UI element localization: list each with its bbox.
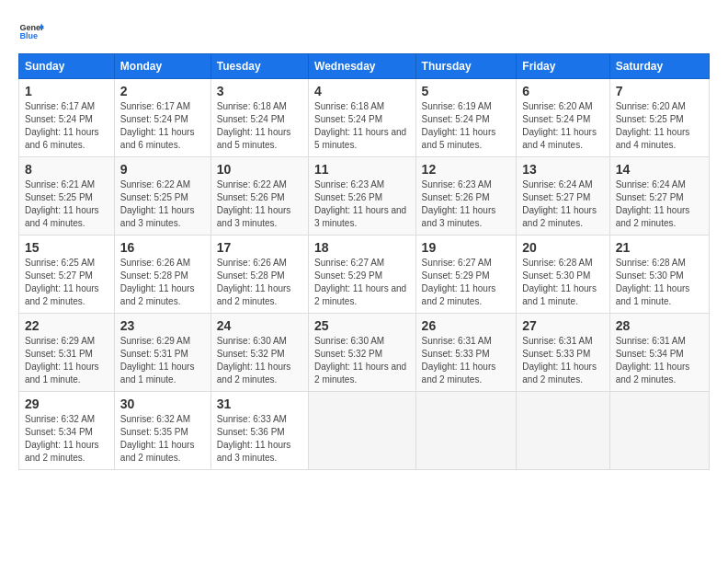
calendar-cell [517,392,609,470]
day-info: Sunrise: 6:29 AM Sunset: 5:31 PM Dayligh… [120,335,205,386]
day-number: 11 [314,162,410,177]
day-number: 19 [422,240,511,255]
day-info: Sunrise: 6:17 AM Sunset: 5:24 PM Dayligh… [120,100,205,152]
day-info: Sunrise: 6:22 AM Sunset: 5:25 PM Dayligh… [120,178,205,230]
day-info: Sunrise: 6:18 AM Sunset: 5:24 PM Dayligh… [314,100,410,152]
day-number: 8 [25,162,108,177]
day-info: Sunrise: 6:31 AM Sunset: 5:33 PM Dayligh… [422,335,511,386]
week-row-0: 1Sunrise: 6:17 AM Sunset: 5:24 PM Daylig… [19,79,710,157]
day-number: 24 [217,318,302,333]
day-info: Sunrise: 6:22 AM Sunset: 5:26 PM Dayligh… [217,178,302,230]
week-row-3: 22Sunrise: 6:29 AM Sunset: 5:31 PM Dayli… [19,314,710,392]
day-number: 6 [522,84,603,98]
calendar-cell: 26Sunrise: 6:31 AM Sunset: 5:33 PM Dayli… [415,314,517,392]
week-row-1: 8Sunrise: 6:21 AM Sunset: 5:25 PM Daylig… [19,157,710,236]
col-header-monday: Monday [114,54,210,79]
day-number: 27 [522,318,603,333]
day-number: 21 [616,240,703,255]
day-info: Sunrise: 6:28 AM Sunset: 5:30 PM Dayligh… [616,257,703,308]
calendar-cell: 8Sunrise: 6:21 AM Sunset: 5:25 PM Daylig… [19,157,115,236]
week-row-2: 15Sunrise: 6:25 AM Sunset: 5:27 PM Dayli… [19,236,710,314]
day-info: Sunrise: 6:29 AM Sunset: 5:31 PM Dayligh… [25,335,108,386]
day-number: 18 [314,240,410,255]
calendar-cell: 17Sunrise: 6:26 AM Sunset: 5:28 PM Dayli… [210,236,308,314]
col-header-saturday: Saturday [609,54,709,79]
calendar-cell: 30Sunrise: 6:32 AM Sunset: 5:35 PM Dayli… [114,392,210,470]
calendar-cell: 20Sunrise: 6:28 AM Sunset: 5:30 PM Dayli… [517,236,609,314]
day-number: 22 [25,318,108,333]
day-number: 3 [217,84,302,98]
day-info: Sunrise: 6:18 AM Sunset: 5:24 PM Dayligh… [217,100,302,152]
calendar-cell: 2Sunrise: 6:17 AM Sunset: 5:24 PM Daylig… [114,79,210,157]
calendar-cell: 29Sunrise: 6:32 AM Sunset: 5:34 PM Dayli… [19,392,115,470]
day-number: 12 [422,162,511,177]
calendar-cell: 21Sunrise: 6:28 AM Sunset: 5:30 PM Dayli… [609,236,709,314]
calendar-cell: 22Sunrise: 6:29 AM Sunset: 5:31 PM Dayli… [19,314,115,392]
calendar-cell: 6Sunrise: 6:20 AM Sunset: 5:24 PM Daylig… [517,79,609,157]
calendar-cell: 1Sunrise: 6:17 AM Sunset: 5:24 PM Daylig… [19,79,115,157]
calendar-cell: 25Sunrise: 6:30 AM Sunset: 5:32 PM Dayli… [309,314,416,392]
calendar-cell: 7Sunrise: 6:20 AM Sunset: 5:25 PM Daylig… [609,79,709,157]
day-number: 20 [522,240,603,255]
day-number: 15 [25,240,108,255]
calendar-cell: 4Sunrise: 6:18 AM Sunset: 5:24 PM Daylig… [309,79,416,157]
svg-text:Blue: Blue [19,31,38,40]
day-info: Sunrise: 6:25 AM Sunset: 5:27 PM Dayligh… [25,257,108,308]
col-header-sunday: Sunday [19,54,115,79]
calendar-cell: 14Sunrise: 6:24 AM Sunset: 5:27 PM Dayli… [609,157,709,236]
day-info: Sunrise: 6:19 AM Sunset: 5:24 PM Dayligh… [422,100,511,152]
day-number: 16 [120,240,205,255]
day-number: 29 [25,396,108,411]
calendar-cell: 10Sunrise: 6:22 AM Sunset: 5:26 PM Dayli… [210,157,308,236]
day-info: Sunrise: 6:20 AM Sunset: 5:24 PM Dayligh… [522,100,603,152]
calendar-cell: 18Sunrise: 6:27 AM Sunset: 5:29 PM Dayli… [309,236,416,314]
day-info: Sunrise: 6:30 AM Sunset: 5:32 PM Dayligh… [314,335,410,386]
day-number: 9 [120,162,205,177]
calendar-cell: 15Sunrise: 6:25 AM Sunset: 5:27 PM Dayli… [19,236,115,314]
calendar-cell: 3Sunrise: 6:18 AM Sunset: 5:24 PM Daylig… [210,79,308,157]
day-number: 2 [120,84,205,98]
day-number: 23 [120,318,205,333]
calendar-cell: 5Sunrise: 6:19 AM Sunset: 5:24 PM Daylig… [415,79,517,157]
day-number: 31 [217,396,302,411]
col-header-wednesday: Wednesday [309,54,416,79]
day-info: Sunrise: 6:32 AM Sunset: 5:34 PM Dayligh… [25,413,108,465]
day-number: 7 [616,84,703,98]
day-info: Sunrise: 6:24 AM Sunset: 5:27 PM Dayligh… [616,178,703,230]
day-number: 13 [522,162,603,177]
day-number: 1 [25,84,108,98]
col-header-tuesday: Tuesday [210,54,308,79]
day-info: Sunrise: 6:27 AM Sunset: 5:29 PM Dayligh… [314,257,410,308]
day-info: Sunrise: 6:30 AM Sunset: 5:32 PM Dayligh… [217,335,302,386]
day-info: Sunrise: 6:28 AM Sunset: 5:30 PM Dayligh… [522,257,603,308]
day-number: 17 [217,240,302,255]
day-info: Sunrise: 6:20 AM Sunset: 5:25 PM Dayligh… [616,100,703,152]
calendar-cell: 27Sunrise: 6:31 AM Sunset: 5:33 PM Dayli… [517,314,609,392]
week-row-4: 29Sunrise: 6:32 AM Sunset: 5:34 PM Dayli… [19,392,710,470]
col-header-thursday: Thursday [415,54,517,79]
day-info: Sunrise: 6:31 AM Sunset: 5:34 PM Dayligh… [616,335,703,386]
day-info: Sunrise: 6:23 AM Sunset: 5:26 PM Dayligh… [422,178,511,230]
col-header-friday: Friday [517,54,609,79]
day-info: Sunrise: 6:32 AM Sunset: 5:35 PM Dayligh… [120,413,205,465]
calendar-cell: 19Sunrise: 6:27 AM Sunset: 5:29 PM Dayli… [415,236,517,314]
header-row: SundayMondayTuesdayWednesdayThursdayFrid… [19,54,710,79]
logo-icon: General Blue [18,18,44,44]
day-info: Sunrise: 6:31 AM Sunset: 5:33 PM Dayligh… [522,335,603,386]
day-number: 28 [616,318,703,333]
calendar-cell: 11Sunrise: 6:23 AM Sunset: 5:26 PM Dayli… [309,157,416,236]
day-info: Sunrise: 6:23 AM Sunset: 5:26 PM Dayligh… [314,178,410,230]
day-info: Sunrise: 6:26 AM Sunset: 5:28 PM Dayligh… [217,257,302,308]
day-number: 5 [422,84,511,98]
calendar-cell: 31Sunrise: 6:33 AM Sunset: 5:36 PM Dayli… [210,392,308,470]
calendar-cell [609,392,709,470]
calendar-cell: 23Sunrise: 6:29 AM Sunset: 5:31 PM Dayli… [114,314,210,392]
logo: General Blue [18,18,44,44]
calendar-cell [309,392,416,470]
day-number: 30 [120,396,205,411]
calendar-cell: 12Sunrise: 6:23 AM Sunset: 5:26 PM Dayli… [415,157,517,236]
day-info: Sunrise: 6:17 AM Sunset: 5:24 PM Dayligh… [25,100,108,152]
calendar-cell: 16Sunrise: 6:26 AM Sunset: 5:28 PM Dayli… [114,236,210,314]
calendar-cell: 9Sunrise: 6:22 AM Sunset: 5:25 PM Daylig… [114,157,210,236]
day-number: 25 [314,318,410,333]
